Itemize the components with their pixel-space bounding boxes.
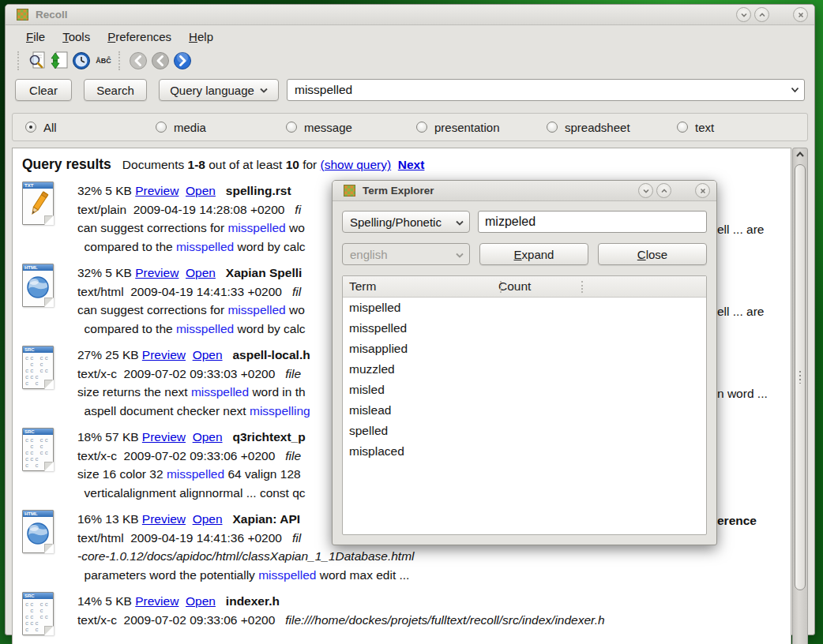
- dialog-minimize-button[interactable]: [638, 183, 653, 198]
- dialog-titlebar[interactable]: Term Explorer: [333, 181, 716, 201]
- result-text: verticalalignment alignnormal ... const …: [77, 486, 306, 500]
- term-row[interactable]: mislead: [343, 400, 706, 421]
- expansion-mode-dropdown[interactable]: Spelling/Phonetic: [342, 211, 470, 233]
- search-query-input[interactable]: [287, 79, 805, 101]
- menu-bar: FileToolsPreferencesHelp: [6, 25, 814, 47]
- term-explorer-button[interactable]: ÅBĈ: [92, 50, 115, 72]
- first-page-button[interactable]: [127, 50, 149, 72]
- document-history-button[interactable]: [70, 50, 92, 72]
- menu-file[interactable]: File: [18, 28, 53, 46]
- term-input[interactable]: [478, 211, 707, 233]
- main-titlebar[interactable]: Recoll: [6, 5, 814, 25]
- column-separator: [581, 281, 583, 293]
- term-row[interactable]: misled: [343, 380, 706, 400]
- term-row[interactable]: mispelled: [343, 298, 706, 318]
- filter-spreadsheet[interactable]: spreadsheet: [547, 121, 677, 134]
- result-title: aspell-local.h: [232, 348, 310, 361]
- highlighted-term: misspelled: [176, 322, 234, 335]
- preview-link[interactable]: Preview: [142, 430, 186, 444]
- filter-presentation[interactable]: presentation: [416, 121, 547, 134]
- menu-help[interactable]: Help: [181, 28, 221, 46]
- result-text: [186, 512, 193, 526]
- source-file-icon[interactable]: SRCcc cc c ccc cccccc c: [22, 592, 54, 644]
- maximize-button[interactable]: [754, 7, 769, 22]
- result-text: text/x-c 2009-07-02 09:33:06 +0200: [77, 613, 285, 627]
- term-row[interactable]: spelled: [343, 421, 706, 441]
- result-text: [179, 266, 186, 279]
- results-scrollbar[interactable]: [792, 148, 808, 644]
- filter-label: message: [304, 121, 352, 134]
- filter-label: spreadsheet: [565, 121, 630, 134]
- term-cell: misspelled: [343, 318, 498, 339]
- filter-text[interactable]: text: [677, 121, 807, 134]
- result-url: fi: [295, 203, 301, 216]
- open-link[interactable]: Open: [193, 348, 223, 361]
- html-file-icon[interactable]: HTML: [22, 264, 54, 338]
- previous-page-button[interactable]: [149, 50, 171, 72]
- result-text: 27% 25 KB: [77, 348, 142, 361]
- result-title: Xapian: API: [232, 512, 300, 526]
- menu-tools[interactable]: Tools: [54, 28, 98, 46]
- filter-label: text: [695, 121, 714, 134]
- result-url: file: [285, 449, 301, 462]
- clear-button[interactable]: Clear: [15, 79, 72, 101]
- open-link[interactable]: Open: [186, 594, 216, 608]
- filter-all[interactable]: All: [25, 121, 156, 134]
- abc-spell-icon: ÅBĈ: [96, 57, 111, 65]
- close-button[interactable]: [793, 7, 808, 22]
- expand-button[interactable]: Expand: [479, 243, 588, 265]
- term-column-header[interactable]: Term: [343, 279, 498, 294]
- html-file-icon[interactable]: HTML: [22, 510, 54, 584]
- result-text: [216, 184, 226, 197]
- close-dialog-button[interactable]: Close: [598, 243, 707, 265]
- count-column-header[interactable]: Count: [498, 279, 706, 294]
- minimize-button[interactable]: [736, 7, 751, 22]
- source-file-icon[interactable]: SRCcc cc c ccc cccccc c: [22, 346, 54, 420]
- term-cell: mislead: [343, 400, 498, 421]
- result-text: text/x-c 2009-07-02 09:33:06 +0200: [77, 449, 285, 462]
- open-link[interactable]: Open: [193, 512, 223, 526]
- query-language-dropdown[interactable]: Query language: [159, 79, 279, 101]
- advanced-search-button[interactable]: [26, 50, 48, 72]
- menu-preferences[interactable]: Preferences: [100, 28, 179, 46]
- scrollbar-thumb[interactable]: [795, 164, 806, 590]
- preview-link[interactable]: Preview: [142, 348, 186, 361]
- sort-parameters-button[interactable]: [48, 50, 70, 72]
- term-row[interactable]: misplaced: [343, 441, 706, 462]
- search-bar: Clear Search Query language: [6, 74, 814, 106]
- count-cell: [498, 400, 706, 421]
- dialog-close-button[interactable]: [695, 183, 710, 198]
- term-row[interactable]: muzzled: [343, 359, 706, 380]
- next-page-link[interactable]: Next: [398, 158, 425, 171]
- search-button[interactable]: Search: [84, 79, 147, 101]
- preview-link[interactable]: Preview: [142, 512, 186, 526]
- result-text: compared to the: [77, 240, 176, 253]
- next-page-button[interactable]: [171, 50, 194, 72]
- result-text: word max edit ...: [316, 568, 409, 582]
- open-link[interactable]: Open: [193, 430, 223, 444]
- dialog-maximize-button[interactable]: [656, 183, 671, 198]
- count-cell: [498, 421, 706, 441]
- filter-message[interactable]: message: [286, 121, 416, 134]
- results-summary: Documents 1-8 out of at least 10 for: [122, 158, 321, 171]
- search-query-combobox[interactable]: [287, 79, 805, 101]
- preview-link[interactable]: Preview: [135, 184, 179, 197]
- source-file-icon[interactable]: SRCcc cc c ccc cccccc c: [22, 428, 54, 502]
- term-table: Term Count mispelledmisspelledmisapplied…: [342, 275, 707, 535]
- text-file-icon[interactable]: TXT: [22, 182, 54, 256]
- preview-link[interactable]: Preview: [135, 594, 179, 608]
- term-row[interactable]: misapplied: [343, 339, 706, 359]
- open-link[interactable]: Open: [186, 266, 216, 279]
- scroll-up-icon[interactable]: [793, 151, 807, 158]
- open-link[interactable]: Open: [186, 184, 216, 197]
- term-row[interactable]: misspelled: [343, 318, 706, 339]
- filter-media[interactable]: media: [156, 121, 286, 134]
- term-cell: misplaced: [343, 441, 498, 462]
- result-text: size 16 color 32: [77, 467, 167, 481]
- result-text-fragment: ell ... are: [717, 302, 764, 321]
- result-text: [186, 348, 193, 361]
- filter-label: presentation: [434, 121, 500, 134]
- chevron-down-icon[interactable]: [791, 87, 799, 93]
- show-query-link[interactable]: (show query): [321, 158, 392, 171]
- preview-link[interactable]: Preview: [135, 266, 179, 279]
